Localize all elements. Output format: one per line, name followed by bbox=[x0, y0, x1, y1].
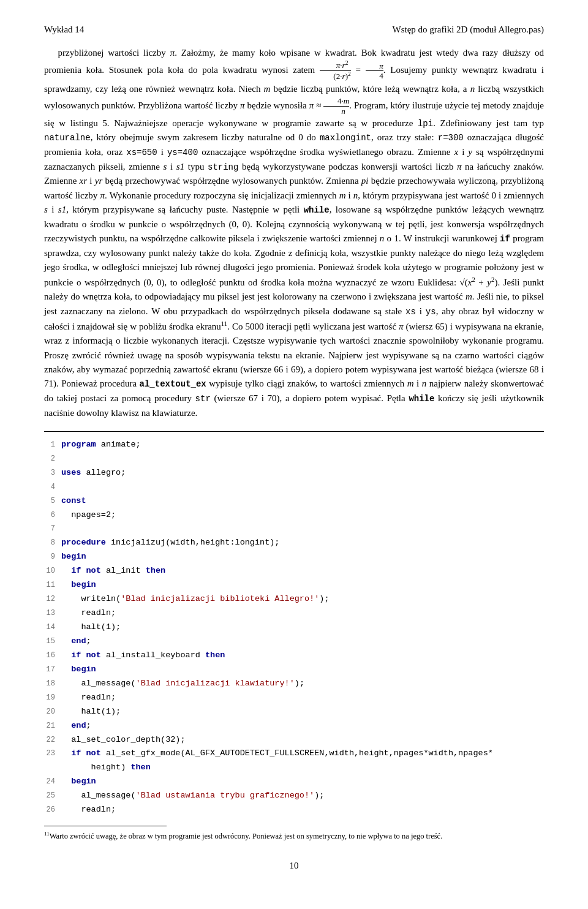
line-number: 23 bbox=[44, 747, 61, 760]
line-number: 3 bbox=[44, 466, 61, 479]
line-number: 4 bbox=[44, 480, 61, 493]
code-line-4: 4 bbox=[44, 480, 544, 494]
line-number: 8 bbox=[44, 536, 61, 549]
line-number: 7 bbox=[44, 522, 61, 535]
code-line-14: 14 halt(1); bbox=[44, 620, 544, 635]
code-line-20: 20 halt(1); bbox=[44, 705, 544, 719]
line-number: 2 bbox=[44, 452, 61, 465]
code-line-7: 7 bbox=[44, 522, 544, 536]
code-line-19: 19 readln; bbox=[44, 691, 544, 705]
line-number: 5 bbox=[44, 494, 61, 507]
line-number: 9 bbox=[44, 550, 61, 563]
code-line-1: 1 program animate; bbox=[44, 438, 544, 452]
line-number: 18 bbox=[44, 677, 61, 690]
line-number: 19 bbox=[44, 691, 61, 704]
code-line-16: 16 if not al_install_keyboard then bbox=[44, 649, 544, 663]
line-number: 24 bbox=[44, 775, 61, 788]
line-number: 12 bbox=[44, 592, 61, 605]
code-line-2: 2 bbox=[44, 452, 544, 466]
header-left: Wykład 14 bbox=[44, 25, 84, 35]
code-line-13: 13 readln; bbox=[44, 606, 544, 620]
code-line-8: 8 procedure inicjalizuj(width,height:lon… bbox=[44, 536, 544, 550]
code-line-12: 12 writeln('Blad inicjalizacji bibliotek… bbox=[44, 592, 544, 606]
code-line-24: 24 begin bbox=[44, 775, 544, 789]
code-listing: 1 program animate; 2 3 uses allegro; 4 5… bbox=[44, 438, 544, 817]
footnote-text: Warto zwrócić uwagę, że obraz w tym prog… bbox=[50, 832, 443, 840]
main-paragraph: przybliżonej wartości liczby π. Założmy,… bbox=[44, 46, 544, 420]
line-number: 16 bbox=[44, 649, 61, 662]
code-line-11: 11 begin bbox=[44, 578, 544, 592]
code-line-5: 5 const bbox=[44, 494, 544, 508]
line-number: 25 bbox=[44, 789, 61, 802]
line-number: 21 bbox=[44, 719, 61, 732]
code-line-10: 10 if not al_init then bbox=[44, 564, 544, 578]
code-line-21: 21 end; bbox=[44, 719, 544, 733]
line-number: 13 bbox=[44, 606, 61, 619]
code-line-18: 18 al_message('Blad inicjalizacji klawia… bbox=[44, 677, 544, 691]
page-number: 10 bbox=[44, 861, 544, 871]
line-number: 6 bbox=[44, 508, 61, 521]
header-right: Wstęp do grafiki 2D (moduł Allegro.pas) bbox=[393, 25, 544, 35]
line-number: 26 bbox=[44, 803, 61, 816]
line-number: 11 bbox=[44, 578, 61, 591]
line-number: 14 bbox=[44, 620, 61, 633]
code-line-23: 23 if not al_set_gfx_mode(AL_GFX_AUTODET… bbox=[44, 747, 544, 761]
code-divider bbox=[44, 431, 544, 432]
code-line-25: 25 al_message('Blad ustawiania trybu gra… bbox=[44, 789, 544, 803]
line-number: 20 bbox=[44, 705, 61, 718]
footnote-rule bbox=[44, 826, 167, 826]
line-number: 15 bbox=[44, 635, 61, 647]
line-number: 1 bbox=[44, 438, 61, 451]
code-line-22: 22 al_set_color_depth(32); bbox=[44, 733, 544, 747]
footnote: 11Warto zwrócić uwagę, że obraz w tym pr… bbox=[44, 830, 544, 842]
code-line-26: 26 readln; bbox=[44, 803, 544, 817]
code-line-17: 17 begin bbox=[44, 663, 544, 677]
line-number: 22 bbox=[44, 733, 61, 746]
line-number bbox=[44, 761, 61, 761]
line-number: 10 bbox=[44, 564, 61, 577]
code-line-9: 9 begin bbox=[44, 550, 544, 564]
code-line-6: 6 npages=2; bbox=[44, 508, 544, 522]
code-line-15: 15 end; bbox=[44, 635, 544, 649]
main-content: przybliżonej wartości liczby π. Założmy,… bbox=[44, 46, 544, 420]
code-line-23b: height) then bbox=[44, 761, 544, 775]
line-number: 17 bbox=[44, 663, 61, 676]
code-line-3: 3 uses allegro; bbox=[44, 466, 544, 480]
